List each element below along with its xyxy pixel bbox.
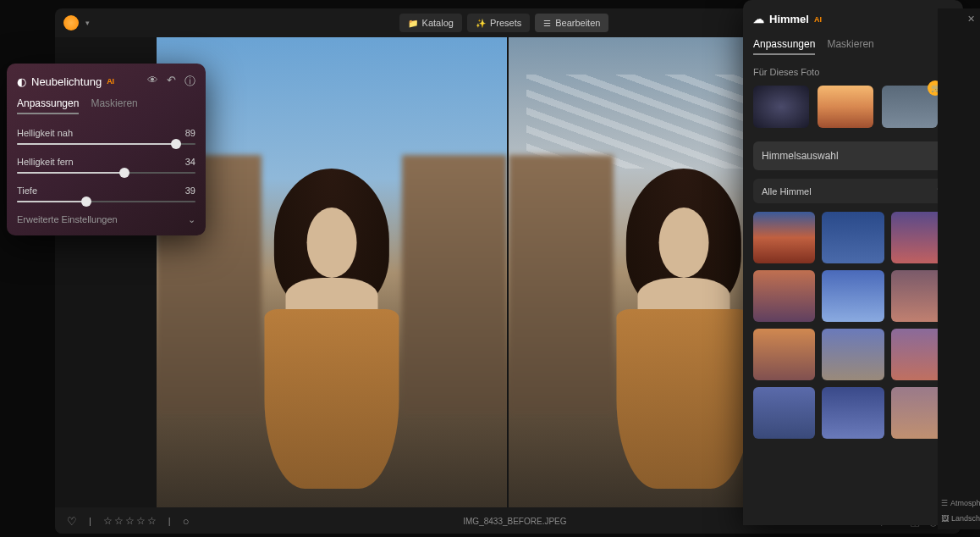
tab-maskieren[interactable]: Maskieren [827,38,873,55]
star-icon[interactable]: ☆ [125,515,135,527]
before-image[interactable] [157,37,507,507]
panel-title: Himmel [769,13,809,25]
slider-track[interactable] [17,201,195,202]
himmel-panel: ☁ Himmel AI ⓘ Anpassungen Maskieren Für … [743,0,963,525]
color-label-icon[interactable]: ○ [183,515,190,528]
chevron-down-icon[interactable]: ▾ [85,19,90,27]
star-icon[interactable]: ☆ [114,515,124,527]
sky-thumb[interactable] [822,212,884,263]
landscape-tool[interactable]: 🖼Landschaft [941,514,977,523]
folder-icon: 📁 [408,19,418,28]
star-icon[interactable]: ☆ [136,515,146,527]
bearbeiten-button[interactable]: ☰Bearbeiten [535,14,608,32]
sky-thumb[interactable] [822,387,884,439]
slider-thumb[interactable] [119,168,129,178]
star-icon[interactable]: ☆ [103,515,113,527]
slider-thumb[interactable] [171,139,181,149]
sky-thumb[interactable] [753,270,815,322]
ai-badge: AI [814,15,822,24]
divider: | [89,516,91,526]
ai-badge: AI [107,77,114,86]
sky-selector-button[interactable]: Himmelsauswahl⌄ [753,141,953,170]
neubelichtung-panel: ◐ Neubelichtung AI 👁 ↶ ⓘ Anpassungen Mas… [7,64,206,235]
image-icon: 🖼 [941,514,949,523]
close-icon[interactable]: ✕ [967,14,975,25]
sky-thumb[interactable] [753,387,815,439]
sky-suggestion-thumb[interactable] [753,86,809,128]
relight-icon: ◐ [17,75,26,88]
sky-thumb[interactable] [822,270,884,322]
divider: | [168,516,171,526]
slider-helligkeit-nah: Helligkeit nah89 [17,128,195,145]
slider-track[interactable] [17,143,195,145]
tab-maskieren[interactable]: Maskieren [91,97,137,114]
tab-anpassungen[interactable]: Anpassungen [753,38,815,55]
atmosphere-tool[interactable]: ☰AtmosphäreAI [941,499,977,507]
sky-suggestion-thumb[interactable] [818,86,873,128]
sliders-icon: ☰ [543,19,551,28]
katalog-button[interactable]: 📁Katalog [399,14,462,32]
visibility-icon[interactable]: 👁 [147,74,158,89]
slider-helligkeit-fern: Helligkeit fern34 [17,157,195,174]
slider-tiefe: Tiefe39 [17,185,195,202]
undo-icon[interactable]: ↶ [167,74,176,89]
slider-track[interactable] [17,172,195,174]
panel-title: Neubelichtung [31,75,102,88]
suggested-label: Für Dieses Foto [753,67,953,77]
favorite-icon[interactable]: ♡ [67,515,77,528]
advanced-settings-toggle[interactable]: Erweiterte Einstellungen⌄ [17,214,195,225]
cloud-icon: ☁ [753,13,764,25]
sky-grid [753,212,953,439]
right-edge-strip: ✕ ☰AtmosphäreAI 🖼Landschaft [938,8,980,529]
slider-thumb[interactable] [81,197,91,207]
presets-button[interactable]: ✨Presets [467,14,530,32]
sky-thumb[interactable] [753,212,815,263]
sparkle-icon: ✨ [476,19,486,28]
info-icon[interactable]: ⓘ [184,74,195,89]
sky-category-dropdown[interactable]: Alle Himmel⇅ [753,179,953,203]
rating-stars[interactable]: ☆ ☆ ☆ ☆ ☆ [103,515,157,527]
star-icon[interactable]: ☆ [147,515,157,527]
sky-suggestion-thumb[interactable]: 🛒 [882,86,938,128]
app-logo-icon[interactable] [63,15,79,30]
tab-anpassungen[interactable]: Anpassungen [17,97,79,114]
chevron-down-icon: ⌄ [188,214,195,225]
sky-thumb[interactable] [822,329,884,380]
sliders-icon: ☰ [941,499,948,507]
sky-thumb[interactable] [753,329,815,380]
